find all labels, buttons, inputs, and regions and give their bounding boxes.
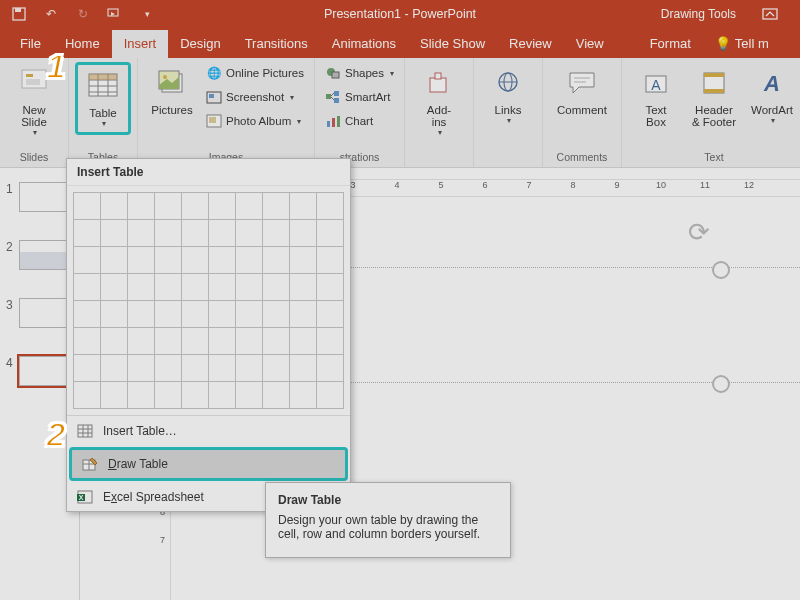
table-grid-cell[interactable] — [181, 246, 209, 274]
table-grid-cell[interactable] — [181, 381, 209, 409]
table-grid-cell[interactable] — [262, 381, 290, 409]
thumbnail-preview[interactable] — [19, 298, 69, 328]
table-grid-cell[interactable] — [127, 327, 155, 355]
table-grid-cell[interactable] — [235, 219, 263, 247]
table-grid-cell[interactable] — [208, 219, 236, 247]
table-grid-cell[interactable] — [208, 300, 236, 328]
addins-button[interactable]: Add- ins ▾ — [411, 62, 467, 137]
table-grid-cell[interactable] — [316, 246, 344, 274]
start-from-beginning-icon[interactable] — [106, 5, 124, 23]
table-grid-cell[interactable] — [181, 300, 209, 328]
flow-node[interactable] — [712, 375, 730, 393]
table-grid-cell[interactable] — [100, 246, 128, 274]
table-grid-cell[interactable] — [316, 273, 344, 301]
table-grid-cell[interactable] — [235, 381, 263, 409]
text-box-button[interactable]: A Text Box — [628, 62, 684, 128]
draw-table-menu-item[interactable]: Draw Table — [69, 447, 348, 481]
table-grid-cell[interactable] — [208, 327, 236, 355]
thumbnail-preview[interactable] — [19, 182, 69, 212]
tab-slide-show[interactable]: Slide Show — [408, 30, 497, 58]
table-grid-cell[interactable] — [208, 381, 236, 409]
table-button[interactable]: Table ▾ — [75, 62, 131, 135]
table-grid-cell[interactable] — [154, 327, 182, 355]
shapes-button[interactable]: Shapes ▾ — [321, 62, 398, 84]
table-grid-cell[interactable] — [208, 192, 236, 220]
save-icon[interactable] — [10, 5, 28, 23]
table-grid-cell[interactable] — [154, 300, 182, 328]
table-grid-cell[interactable] — [316, 300, 344, 328]
flow-node[interactable] — [712, 261, 730, 279]
tab-insert[interactable]: Insert — [112, 30, 169, 58]
table-grid-cell[interactable] — [100, 327, 128, 355]
table-grid-cell[interactable] — [181, 192, 209, 220]
tab-format[interactable]: Format — [638, 30, 703, 58]
wordart-button[interactable]: A WordArt ▾ — [744, 62, 800, 125]
table-grid-cell[interactable] — [235, 327, 263, 355]
table-grid-cell[interactable] — [73, 354, 101, 382]
tab-view[interactable]: View — [564, 30, 616, 58]
qa-customize-icon[interactable]: ▾ — [138, 5, 156, 23]
tab-review[interactable]: Review — [497, 30, 564, 58]
online-pictures-button[interactable]: 🌐 Online Pictures — [202, 62, 308, 84]
table-grid-cell[interactable] — [73, 273, 101, 301]
pictures-button[interactable]: Pictures — [144, 62, 200, 116]
header-footer-button[interactable]: Header & Footer — [686, 62, 742, 128]
thumbnail-preview[interactable] — [19, 240, 69, 270]
table-grid-cell[interactable] — [208, 273, 236, 301]
table-grid-cell[interactable] — [289, 300, 317, 328]
table-grid-cell[interactable] — [289, 246, 317, 274]
table-grid-cell[interactable] — [262, 354, 290, 382]
table-grid-cell[interactable] — [73, 327, 101, 355]
comment-button[interactable]: Comment — [549, 62, 615, 116]
table-grid-cell[interactable] — [289, 381, 317, 409]
table-grid-cell[interactable] — [289, 192, 317, 220]
table-grid-cell[interactable] — [235, 354, 263, 382]
table-grid-cell[interactable] — [100, 381, 128, 409]
table-grid-cell[interactable] — [73, 300, 101, 328]
table-grid-cell[interactable] — [262, 327, 290, 355]
table-grid-cell[interactable] — [100, 219, 128, 247]
table-grid-cell[interactable] — [127, 300, 155, 328]
table-grid-cell[interactable] — [316, 219, 344, 247]
table-grid-cell[interactable] — [208, 354, 236, 382]
table-grid-cell[interactable] — [235, 246, 263, 274]
table-grid-cell[interactable] — [235, 300, 263, 328]
photo-album-button[interactable]: Photo Album ▾ — [202, 110, 308, 132]
table-grid-cell[interactable] — [154, 273, 182, 301]
table-grid-cell[interactable] — [181, 327, 209, 355]
table-grid-cell[interactable] — [154, 381, 182, 409]
tell-me[interactable]: 💡 Tell m — [703, 30, 781, 58]
table-grid-cell[interactable] — [208, 246, 236, 274]
table-grid-cell[interactable] — [154, 246, 182, 274]
table-grid-cell[interactable] — [316, 327, 344, 355]
table-grid-cell[interactable] — [154, 219, 182, 247]
table-grid-cell[interactable] — [262, 300, 290, 328]
table-grid-cell[interactable] — [289, 327, 317, 355]
tab-transitions[interactable]: Transitions — [233, 30, 320, 58]
chart-button[interactable]: Chart — [321, 110, 398, 132]
table-grid-cell[interactable] — [127, 381, 155, 409]
redo-icon[interactable]: ↻ — [74, 5, 92, 23]
table-grid-cell[interactable] — [127, 192, 155, 220]
table-grid-cell[interactable] — [127, 354, 155, 382]
table-grid-cell[interactable] — [181, 354, 209, 382]
tab-design[interactable]: Design — [168, 30, 232, 58]
table-grid-cell[interactable] — [73, 381, 101, 409]
table-grid-cell[interactable] — [154, 192, 182, 220]
links-button[interactable]: Links ▾ — [480, 62, 536, 125]
table-grid-cell[interactable] — [262, 219, 290, 247]
table-grid-cell[interactable] — [262, 273, 290, 301]
table-grid-cell[interactable] — [316, 381, 344, 409]
table-grid-cell[interactable] — [316, 354, 344, 382]
table-grid-cell[interactable] — [100, 273, 128, 301]
table-grid-cell[interactable] — [73, 219, 101, 247]
table-grid-cell[interactable] — [127, 246, 155, 274]
table-grid-cell[interactable] — [127, 273, 155, 301]
table-grid-cell[interactable] — [316, 192, 344, 220]
table-grid-cell[interactable] — [100, 300, 128, 328]
table-grid-cell[interactable] — [100, 354, 128, 382]
table-grid-cell[interactable] — [100, 192, 128, 220]
table-grid-cell[interactable] — [289, 219, 317, 247]
table-grid-cell[interactable] — [235, 192, 263, 220]
insert-table-menu-item[interactable]: Insert Table… — [67, 417, 350, 445]
